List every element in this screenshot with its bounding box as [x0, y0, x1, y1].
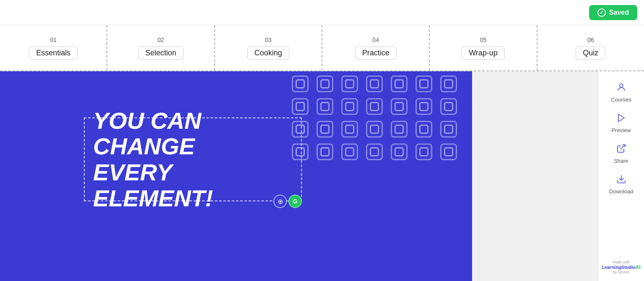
top-bar: ✓ Saved: [0, 0, 644, 25]
dot-cell: [391, 143, 408, 160]
grammarly-icon[interactable]: G: [288, 195, 302, 208]
tab-num: 03: [265, 36, 272, 43]
canvas-text-line2: EVERY ELEMENT!: [93, 159, 293, 211]
dot-cell: [366, 143, 383, 160]
sidebar-item-preview[interactable]: Preview: [602, 109, 640, 138]
tab-num: 01: [50, 36, 57, 43]
tab-label: Cooking: [247, 47, 289, 60]
tab-item-essentials[interactable]: 01 Essentials: [0, 25, 107, 70]
tab-num: 05: [480, 36, 487, 43]
dot-cell: [440, 75, 457, 92]
made-with-label: Made with: [602, 260, 641, 264]
check-icon: ✓: [597, 8, 606, 17]
dot-cell: [415, 143, 432, 160]
preview-icon: [616, 113, 626, 125]
share-icon: [616, 143, 626, 156]
tab-num: 04: [372, 36, 379, 43]
dot-cell: [341, 98, 358, 115]
tab-item-wrap-up[interactable]: 05 Wrap-up: [430, 25, 537, 70]
svg-marker-1: [618, 114, 624, 122]
download-icon: [616, 174, 626, 187]
dot-cell: [440, 143, 457, 160]
saved-label: Saved: [609, 9, 629, 16]
right-sidebar: Courses Preview Share Download: [598, 71, 644, 281]
sidebar-item-download[interactable]: Download: [602, 170, 640, 199]
made-with: Made with LearningStudioAI by NOAM: [602, 260, 641, 274]
dot-cell: [317, 143, 333, 160]
dot-cell: [317, 121, 333, 138]
preview-label: Preview: [611, 127, 631, 133]
element-icons: ⊕ G: [273, 195, 302, 208]
main-canvas: YOU CAN CHANGE EVERY ELEMENT! ⊕ G: [0, 71, 472, 281]
dot-cell: [292, 98, 309, 115]
text-selection-box[interactable]: YOU CAN CHANGE EVERY ELEMENT! ⊕ G: [84, 117, 302, 201]
dot-cell: [391, 75, 408, 92]
tab-item-practice[interactable]: 04 Practice: [322, 25, 430, 70]
courses-icon: [616, 82, 626, 95]
tabs-row: 01 Essentials 02 Selection 03 Cooking 04…: [0, 25, 644, 71]
dot-cell: [366, 75, 383, 92]
dot-cell: [415, 98, 432, 115]
tab-label: Essentials: [29, 47, 78, 60]
tab-label: Practice: [355, 47, 397, 60]
dot-cell: [341, 143, 358, 160]
dot-cell: [341, 75, 358, 92]
tab-item-cooking[interactable]: 03 Cooking: [215, 25, 322, 70]
tab-item-selection[interactable]: 02 Selection: [107, 25, 215, 70]
tab-label: Quiz: [576, 47, 605, 60]
sidebar-item-courses[interactable]: Courses: [602, 78, 640, 107]
download-label: Download: [609, 188, 634, 195]
dot-cell: [366, 98, 383, 115]
svg-line-2: [621, 145, 625, 149]
canvas-text: YOU CAN CHANGE EVERY ELEMENT!: [93, 108, 293, 211]
dot-cell: [391, 121, 408, 138]
move-icon[interactable]: ⊕: [273, 195, 287, 208]
dot-cell: [341, 121, 358, 138]
tab-label: Wrap-up: [462, 47, 505, 60]
dot-cell: [366, 121, 383, 138]
sidebar-item-share[interactable]: Share: [602, 139, 640, 168]
dot-pattern: [288, 71, 472, 155]
dot-cell: [440, 121, 457, 138]
tab-item-quiz[interactable]: 06 Quiz: [538, 25, 644, 70]
dot-cell: [317, 75, 333, 92]
brand-label: LearningStudioAI: [602, 264, 641, 270]
dot-cell: [415, 121, 432, 138]
saved-button[interactable]: ✓ Saved: [589, 5, 637, 20]
dot-cell: [440, 98, 457, 115]
canvas-text-line1: YOU CAN CHANGE: [93, 108, 293, 159]
brand-sub: by NOAM: [602, 270, 641, 274]
dot-cell: [391, 98, 408, 115]
tab-num: 02: [158, 36, 164, 43]
courses-label: Courses: [611, 96, 631, 103]
dot-cell: [317, 98, 333, 115]
tab-num: 06: [587, 36, 594, 43]
svg-point-0: [620, 84, 623, 87]
tab-label: Selection: [138, 47, 183, 60]
share-label: Share: [614, 158, 628, 164]
dot-cell: [415, 75, 432, 92]
dot-cell: [292, 75, 309, 92]
